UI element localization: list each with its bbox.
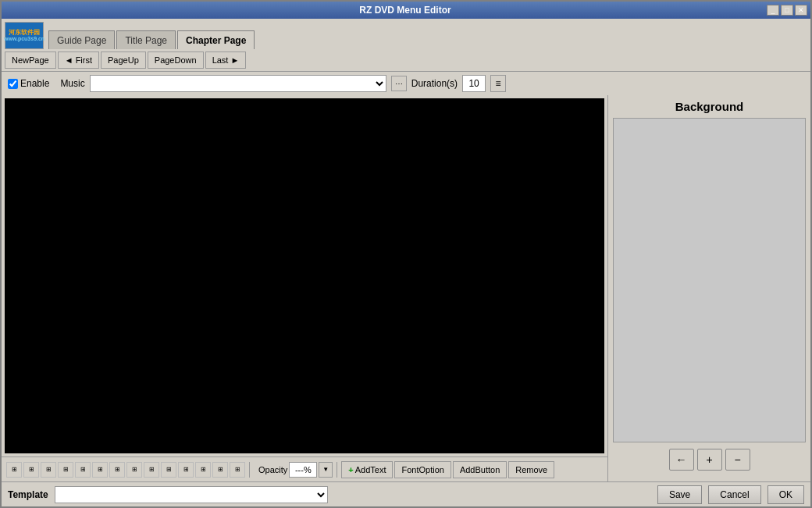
- opacity-label: Opacity: [258, 465, 287, 474]
- duration-adjust-button[interactable]: ≡: [490, 75, 506, 92]
- toolbar-icon-7[interactable]: ⊞: [109, 462, 125, 478]
- toolbar-icon-14[interactable]: ⊞: [230, 462, 245, 478]
- bottom-toolbar: ⊞ ⊞ ⊞ ⊞ ⊞ ⊞ ⊞ ⊞ ⊞ ⊞ ⊞ ⊞ ⊞ ⊞ Opacity ▼: [2, 456, 607, 481]
- toolbar-icon-9[interactable]: ⊞: [144, 462, 159, 478]
- tab-title[interactable]: Title Page: [116, 30, 176, 49]
- main-area: Play Movie Select Movie ⊞ ⊞ ⊞ ⊞ ⊞ ⊞ ⊞ ⊞ …: [2, 95, 810, 481]
- enable-text: Enable: [20, 78, 49, 89]
- template-label: Template: [8, 489, 48, 500]
- tab-chapter[interactable]: Chapter Page: [177, 30, 255, 49]
- music-browse-button[interactable]: ⋯: [391, 76, 407, 91]
- new-page-button[interactable]: NewPage: [5, 52, 56, 69]
- app-logo: 河东软件园 www.pcu3s9.cn: [5, 22, 44, 49]
- font-option-button[interactable]: FontOption: [394, 461, 451, 478]
- page-down-button[interactable]: PageDown: [148, 52, 204, 69]
- window-title: RZ DVD Menu Editor: [44, 5, 767, 16]
- toolbar-icon-12[interactable]: ⊞: [195, 462, 211, 478]
- logo-line1: 河东软件园: [4, 29, 45, 37]
- tab-chapter-label: Chapter Page: [186, 35, 246, 46]
- nav-bar: NewPage ◄ First PageUp PageDown Last ►: [2, 49, 810, 72]
- tab-bar: 河东软件园 www.pcu3s9.cn Guide Page Title Pag…: [2, 19, 810, 49]
- enable-label[interactable]: Enable: [8, 78, 49, 89]
- page-up-button[interactable]: PageUp: [101, 52, 146, 69]
- toolbar-icon-3[interactable]: ⊞: [41, 462, 56, 478]
- music-label: Music: [60, 78, 84, 89]
- title-bar: RZ DVD Menu Editor _ □ ✕: [2, 2, 810, 19]
- tab-guide[interactable]: Guide Page: [48, 30, 115, 49]
- bg-add-button[interactable]: +: [697, 449, 722, 471]
- close-button[interactable]: ✕: [795, 5, 807, 16]
- first-button[interactable]: ◄ First: [58, 52, 99, 69]
- template-dropdown[interactable]: [55, 486, 328, 503]
- ok-button[interactable]: OK: [767, 485, 804, 504]
- last-button[interactable]: Last ►: [205, 52, 247, 69]
- add-text-button[interactable]: + AddText: [341, 461, 393, 478]
- toolbar-icon-8[interactable]: ⊞: [126, 462, 142, 478]
- toolbar-icon-10[interactable]: ⊞: [161, 462, 176, 478]
- music-dropdown[interactable]: [90, 75, 386, 92]
- duration-input[interactable]: 10: [462, 75, 486, 92]
- title-bar-controls: _ □ ✕: [767, 5, 807, 16]
- bg-remove-button[interactable]: −: [725, 449, 750, 471]
- toolbar-icon-6[interactable]: ⊞: [92, 462, 108, 478]
- canvas-black: Play Movie Select Movie: [5, 98, 604, 453]
- canvas-area: Play Movie Select Movie ⊞ ⊞ ⊞ ⊞ ⊞ ⊞ ⊞ ⊞ …: [2, 95, 607, 481]
- maximize-button[interactable]: □: [781, 5, 793, 16]
- tab-title-label: Title Page: [125, 35, 167, 46]
- bg-prev-button[interactable]: ←: [669, 449, 694, 471]
- footer: Template Save Cancel OK: [2, 481, 810, 506]
- toolbar-separator: [249, 462, 250, 478]
- enable-checkbox[interactable]: [8, 79, 18, 89]
- right-panel: Background ← + −: [607, 95, 810, 481]
- logo-line2: www.pcu3s9.cn: [4, 36, 45, 42]
- toolbar-icon-5[interactable]: ⊞: [75, 462, 91, 478]
- background-controls: ← + −: [613, 449, 806, 471]
- toolbar-icon-2[interactable]: ⊞: [23, 462, 39, 478]
- main-window: RZ DVD Menu Editor _ □ ✕ 河东软件园 www.pcu3s…: [0, 0, 812, 508]
- opacity-input[interactable]: [289, 462, 317, 478]
- tab-guide-label: Guide Page: [57, 35, 106, 46]
- save-button[interactable]: Save: [657, 485, 702, 504]
- remove-button[interactable]: Remove: [508, 461, 554, 478]
- duration-label: Duration(s): [411, 78, 458, 89]
- minimize-button[interactable]: _: [767, 5, 779, 16]
- toolbar-icon-1[interactable]: ⊞: [6, 462, 22, 478]
- cancel-button[interactable]: Cancel: [708, 485, 760, 504]
- toolbar-icon-13[interactable]: ⊞: [212, 462, 228, 478]
- controls-bar: Enable Music ⋯ Duration(s) 10 ≡: [2, 72, 810, 95]
- opacity-dropdown[interactable]: ▼: [319, 462, 333, 478]
- toolbar-icon-11[interactable]: ⊞: [178, 462, 194, 478]
- add-button-button[interactable]: AddButton: [453, 461, 507, 478]
- plus-icon: +: [348, 465, 353, 474]
- background-title: Background: [613, 100, 806, 113]
- toolbar-icon-4[interactable]: ⊞: [58, 462, 73, 478]
- background-preview: [613, 118, 806, 442]
- toolbar-separator-2: [337, 462, 337, 478]
